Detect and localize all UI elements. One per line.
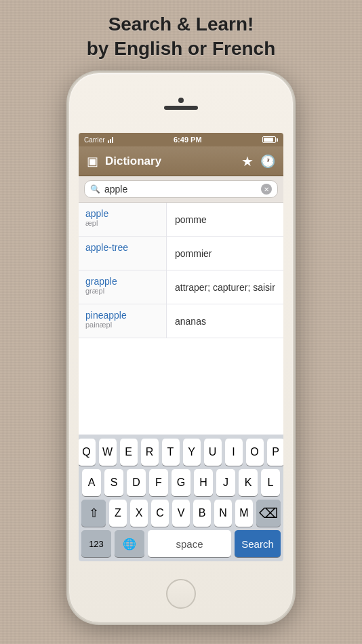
key-W[interactable]: W (99, 439, 117, 466)
result-translation: ananas (175, 316, 206, 327)
key-L[interactable]: L (261, 469, 280, 496)
camera-dot (178, 98, 184, 103)
wifi-bar-2 (110, 139, 111, 143)
phone-frame: Carrier 6:49 PM (69, 73, 293, 622)
status-time: 6:49 PM (174, 136, 202, 144)
search-bar: 🔍 apple ✕ (79, 176, 283, 203)
search-clear-button[interactable]: ✕ (261, 184, 272, 195)
marketing-title: Search & Learn! by English or French (0, 12, 362, 62)
key-C[interactable]: C (151, 500, 169, 527)
key-A[interactable]: A (82, 469, 101, 496)
speaker (164, 106, 198, 110)
result-translation: attraper; capturer; saisir (175, 282, 275, 293)
globe-key[interactable]: 🌐 (115, 530, 144, 557)
history-button[interactable]: 🕐 (260, 154, 275, 169)
search-magnifier-icon: 🔍 (90, 184, 100, 194)
search-input-wrap[interactable]: 🔍 apple ✕ (84, 180, 278, 198)
result-right-col: ananas (167, 304, 283, 338)
search-query-text[interactable]: apple (104, 184, 257, 195)
key-U[interactable]: U (204, 439, 222, 466)
result-phonetic: painæpl (85, 321, 159, 329)
key-X[interactable]: X (130, 500, 148, 527)
key-G[interactable]: G (172, 469, 190, 496)
status-left: Carrier (84, 136, 113, 144)
result-left-col: pineapple painæpl (79, 304, 167, 338)
key-F[interactable]: F (149, 469, 168, 496)
key-R[interactable]: R (141, 439, 159, 466)
marketing-section: Search & Learn! by English or French (0, 12, 362, 62)
key-V[interactable]: V (172, 500, 190, 527)
table-row[interactable]: apple æpl pomme (79, 203, 283, 237)
wifi-bar-1 (108, 140, 109, 143)
battery-icon (262, 136, 278, 143)
keyboard-bottom-row: 123 🌐 space Search (81, 530, 281, 557)
result-translation: pomme (175, 214, 207, 225)
delete-key[interactable]: ⌫ (256, 500, 281, 527)
battery-tip (277, 138, 278, 142)
key-S[interactable]: S (104, 469, 123, 496)
table-row[interactable]: pineapple painæpl ananas (79, 304, 283, 338)
search-button[interactable]: Search (235, 530, 281, 557)
result-right-col: attraper; capturer; saisir (167, 270, 283, 304)
key-Q[interactable]: Q (79, 439, 96, 466)
result-left-col: apple-tree (79, 237, 167, 270)
key-P[interactable]: P (267, 439, 284, 466)
result-left-col: grapple græpl (79, 270, 167, 304)
key-I[interactable]: I (225, 439, 243, 466)
favorites-button[interactable]: ★ (241, 153, 254, 169)
result-word[interactable]: grapple (85, 276, 159, 287)
status-right (262, 136, 278, 143)
table-row[interactable]: grapple græpl attraper; capturer; saisir (79, 270, 283, 304)
space-key[interactable]: space (148, 530, 231, 557)
result-left-col: apple æpl (79, 203, 167, 236)
result-phonetic: græpl (85, 287, 159, 295)
nav-title: Dictionary (105, 155, 235, 168)
result-right-col: pomme (167, 203, 283, 236)
marketing-line2: by English or French (87, 38, 275, 59)
keyboard-row-3: ⇧ Z X C V B N M ⌫ (81, 500, 281, 527)
carrier-label: Carrier (84, 136, 105, 144)
numbers-key[interactable]: 123 (81, 530, 111, 557)
keyboard-row-1: Q W E R T Y U I O P (81, 439, 281, 466)
book-icon: ▣ (87, 154, 98, 169)
key-H[interactable]: H (194, 469, 213, 496)
result-phonetic: æpl (85, 219, 159, 227)
key-J[interactable]: J (216, 469, 235, 496)
wifi-icon (108, 136, 113, 143)
key-Z[interactable]: Z (109, 500, 127, 527)
key-M[interactable]: M (235, 500, 253, 527)
status-bar: Carrier 6:49 PM (79, 133, 283, 146)
nav-bar: ▣ Dictionary ★ 🕐 (79, 146, 283, 176)
result-translation: pommier (175, 248, 212, 259)
result-word[interactable]: apple (85, 208, 159, 219)
key-T[interactable]: T (162, 439, 180, 466)
key-K[interactable]: K (239, 469, 258, 496)
keyboard: Q W E R T Y U I O P A S D F G (79, 435, 283, 561)
battery-body (262, 136, 276, 143)
key-N[interactable]: N (214, 500, 232, 527)
result-word[interactable]: pineapple (85, 310, 159, 321)
key-Y[interactable]: Y (183, 439, 201, 466)
keyboard-row-2: A S D F G H J K L (81, 469, 281, 496)
key-B[interactable]: B (193, 500, 211, 527)
wifi-bar-3 (112, 137, 113, 143)
results-list: apple æpl pomme apple-tree pommier (79, 203, 283, 435)
result-right-col: pommier (167, 237, 283, 270)
shift-key[interactable]: ⇧ (81, 500, 106, 527)
table-row[interactable]: apple-tree pommier (79, 237, 283, 270)
marketing-line1: Search & Learn! (108, 14, 254, 35)
battery-fill (264, 138, 273, 142)
key-O[interactable]: O (246, 439, 264, 466)
key-E[interactable]: E (120, 439, 138, 466)
home-button[interactable] (166, 579, 196, 609)
key-D[interactable]: D (127, 469, 146, 496)
phone-screen: Carrier 6:49 PM (79, 133, 283, 561)
result-word[interactable]: apple-tree (85, 242, 159, 253)
